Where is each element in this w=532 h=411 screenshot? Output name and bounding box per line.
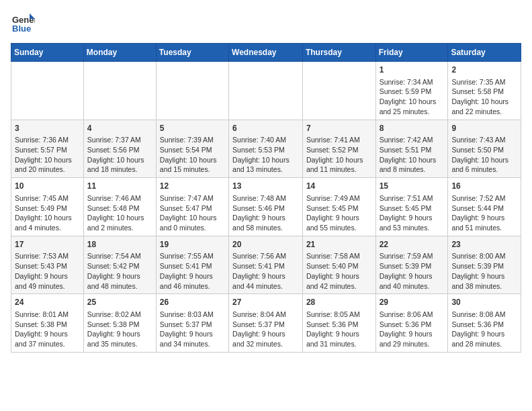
day-number: 5 [160,123,225,134]
day-number: 8 [380,123,445,134]
day-number: 12 [160,181,225,192]
day-number: 1 [380,64,445,76]
day-info: Sunrise: 7:45 AM Sunset: 5:49 PM Dayligh… [15,193,80,233]
day-info: Sunrise: 7:42 AM Sunset: 5:51 PM Dayligh… [380,135,445,175]
day-info: Sunrise: 8:04 AM Sunset: 5:37 PM Dayligh… [232,310,299,349]
calendar-cell: 2Sunrise: 7:35 AM Sunset: 5:58 PM Daylig… [448,62,521,120]
calendar-cell [83,62,156,120]
calendar-cell [156,62,228,120]
calendar-cell [229,62,303,120]
calendar-cell: 9Sunrise: 7:43 AM Sunset: 5:50 PM Daylig… [448,120,521,178]
day-info: Sunrise: 8:01 AM Sunset: 5:38 PM Dayligh… [15,310,80,349]
calendar-cell: 5Sunrise: 7:39 AM Sunset: 5:54 PM Daylig… [156,120,228,178]
day-number: 3 [15,123,80,134]
calendar-cell: 19Sunrise: 7:55 AM Sunset: 5:41 PM Dayli… [156,236,228,294]
day-info: Sunrise: 7:41 AM Sunset: 5:52 PM Dayligh… [306,135,372,175]
day-info: Sunrise: 7:40 AM Sunset: 5:53 PM Dayligh… [232,135,299,175]
day-number: 25 [87,297,152,308]
day-info: Sunrise: 7:36 AM Sunset: 5:57 PM Dayligh… [15,135,80,175]
svg-text:Blue: Blue [12,24,31,34]
day-info: Sunrise: 7:53 AM Sunset: 5:43 PM Dayligh… [15,251,80,291]
day-info: Sunrise: 7:46 AM Sunset: 5:48 PM Dayligh… [87,193,152,233]
day-number: 6 [232,123,299,134]
calendar-week-row: 3Sunrise: 7:36 AM Sunset: 5:57 PM Daylig… [11,120,521,178]
calendar-cell: 3Sunrise: 7:36 AM Sunset: 5:57 PM Daylig… [11,120,84,178]
day-info: Sunrise: 7:39 AM Sunset: 5:54 PM Dayligh… [160,135,225,175]
day-number: 17 [15,239,80,250]
page-header: General Blue [11,11,521,35]
day-number: 9 [451,123,517,134]
day-number: 19 [160,239,225,250]
day-info: Sunrise: 7:58 AM Sunset: 5:40 PM Dayligh… [306,251,372,291]
day-number: 26 [160,297,225,308]
day-header-tuesday: Tuesday [156,44,228,62]
day-number: 27 [232,297,299,308]
day-number: 23 [451,239,517,250]
day-number: 20 [232,239,299,250]
day-header-friday: Friday [375,44,448,62]
day-header-monday: Monday [83,44,156,62]
logo: General Blue [11,11,35,35]
day-info: Sunrise: 7:47 AM Sunset: 5:47 PM Dayligh… [160,193,225,233]
day-info: Sunrise: 8:05 AM Sunset: 5:36 PM Dayligh… [306,310,372,349]
calendar-cell: 28Sunrise: 8:05 AM Sunset: 5:36 PM Dayli… [302,294,375,353]
day-header-wednesday: Wednesday [229,44,303,62]
day-info: Sunrise: 7:37 AM Sunset: 5:56 PM Dayligh… [87,135,152,175]
day-header-thursday: Thursday [302,44,375,62]
logo-icon: General Blue [11,11,35,35]
day-number: 11 [87,181,152,192]
calendar-cell: 20Sunrise: 7:56 AM Sunset: 5:41 PM Dayli… [229,236,303,294]
calendar-body: 1Sunrise: 7:34 AM Sunset: 5:59 PM Daylig… [11,62,521,353]
day-info: Sunrise: 7:59 AM Sunset: 5:39 PM Dayligh… [380,251,445,291]
day-info: Sunrise: 8:08 AM Sunset: 5:36 PM Dayligh… [451,310,517,349]
day-number: 13 [232,181,299,192]
day-number: 18 [87,239,152,250]
day-info: Sunrise: 7:48 AM Sunset: 5:46 PM Dayligh… [232,193,299,233]
calendar-header-row: SundayMondayTuesdayWednesdayThursdayFrid… [11,44,521,62]
day-number: 30 [451,297,517,308]
calendar-cell: 30Sunrise: 8:08 AM Sunset: 5:36 PM Dayli… [448,294,521,353]
calendar-cell: 23Sunrise: 8:00 AM Sunset: 5:39 PM Dayli… [448,236,521,294]
day-info: Sunrise: 8:00 AM Sunset: 5:39 PM Dayligh… [451,251,517,291]
day-info: Sunrise: 8:02 AM Sunset: 5:38 PM Dayligh… [87,310,152,349]
calendar-cell: 22Sunrise: 7:59 AM Sunset: 5:39 PM Dayli… [375,236,448,294]
day-header-saturday: Saturday [448,44,521,62]
calendar-cell: 12Sunrise: 7:47 AM Sunset: 5:47 PM Dayli… [156,178,228,236]
day-number: 29 [380,297,445,308]
day-info: Sunrise: 8:03 AM Sunset: 5:37 PM Dayligh… [160,310,225,349]
day-number: 22 [380,239,445,250]
calendar-cell: 29Sunrise: 8:06 AM Sunset: 5:36 PM Dayli… [375,294,448,353]
day-info: Sunrise: 7:51 AM Sunset: 5:45 PM Dayligh… [380,193,445,233]
calendar-cell: 6Sunrise: 7:40 AM Sunset: 5:53 PM Daylig… [229,120,303,178]
calendar-cell: 17Sunrise: 7:53 AM Sunset: 5:43 PM Dayli… [11,236,84,294]
calendar-week-row: 10Sunrise: 7:45 AM Sunset: 5:49 PM Dayli… [11,178,521,236]
day-info: Sunrise: 7:34 AM Sunset: 5:59 PM Dayligh… [380,77,445,117]
calendar-cell: 4Sunrise: 7:37 AM Sunset: 5:56 PM Daylig… [83,120,156,178]
day-number: 10 [15,181,80,192]
day-number: 28 [306,297,372,308]
day-info: Sunrise: 7:43 AM Sunset: 5:50 PM Dayligh… [451,135,517,175]
day-number: 4 [87,123,152,134]
calendar-cell: 1Sunrise: 7:34 AM Sunset: 5:59 PM Daylig… [375,62,448,120]
day-info: Sunrise: 8:06 AM Sunset: 5:36 PM Dayligh… [380,310,445,349]
day-number: 7 [306,123,372,134]
calendar-cell: 13Sunrise: 7:48 AM Sunset: 5:46 PM Dayli… [229,178,303,236]
calendar-cell: 14Sunrise: 7:49 AM Sunset: 5:45 PM Dayli… [302,178,375,236]
calendar-cell: 7Sunrise: 7:41 AM Sunset: 5:52 PM Daylig… [302,120,375,178]
day-info: Sunrise: 7:55 AM Sunset: 5:41 PM Dayligh… [160,251,225,291]
day-info: Sunrise: 7:52 AM Sunset: 5:44 PM Dayligh… [451,193,517,233]
day-number: 14 [306,181,372,192]
calendar-cell: 24Sunrise: 8:01 AM Sunset: 5:38 PM Dayli… [11,294,84,353]
calendar-cell: 11Sunrise: 7:46 AM Sunset: 5:48 PM Dayli… [83,178,156,236]
day-info: Sunrise: 7:35 AM Sunset: 5:58 PM Dayligh… [451,77,517,117]
calendar-cell: 27Sunrise: 8:04 AM Sunset: 5:37 PM Dayli… [229,294,303,353]
calendar-cell [302,62,375,120]
day-number: 24 [15,297,80,308]
day-number: 21 [306,239,372,250]
day-info: Sunrise: 7:49 AM Sunset: 5:45 PM Dayligh… [306,193,372,233]
day-header-sunday: Sunday [11,44,84,62]
calendar-cell: 18Sunrise: 7:54 AM Sunset: 5:42 PM Dayli… [83,236,156,294]
day-info: Sunrise: 7:56 AM Sunset: 5:41 PM Dayligh… [232,251,299,291]
calendar-week-row: 24Sunrise: 8:01 AM Sunset: 5:38 PM Dayli… [11,294,521,353]
calendar-table: SundayMondayTuesdayWednesdayThursdayFrid… [11,43,521,353]
